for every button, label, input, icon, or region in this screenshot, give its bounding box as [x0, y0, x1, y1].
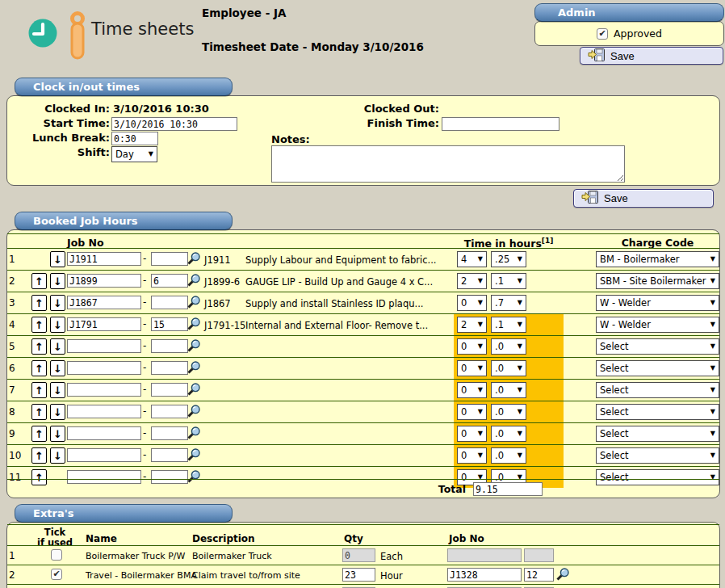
job-sub-input[interactable] [151, 252, 188, 266]
magnifier-icon[interactable] [186, 251, 201, 268]
approved-checkbox[interactable]: ✔ [597, 28, 608, 40]
move-down-button[interactable]: ↓ [50, 317, 65, 333]
extra-job-sub-input[interactable] [524, 548, 554, 562]
decimal-hours-select[interactable]: .25▼ [491, 251, 526, 267]
finish-time-input[interactable] [442, 117, 559, 131]
magnifier-icon[interactable] [186, 426, 201, 443]
job-sub-input[interactable] [151, 426, 188, 440]
hours-select[interactable]: 0▼ [457, 338, 487, 355]
hours-select[interactable]: 0▼ [457, 404, 487, 420]
charge-code-select[interactable]: Select▼ [596, 404, 719, 420]
job-sub-input[interactable] [151, 296, 188, 309]
hours-select[interactable]: 2▼ [457, 317, 487, 333]
clock-save-button[interactable]: Save [573, 189, 714, 208]
move-up-button[interactable]: ↑ [31, 360, 47, 376]
decimal-hours-select[interactable]: .1▼ [491, 273, 526, 289]
charge-code-select[interactable]: Select▼ [596, 338, 719, 355]
lunch-break-input[interactable] [111, 132, 158, 145]
move-down-button[interactable]: ↓ [50, 382, 65, 398]
magnifier-icon[interactable] [186, 404, 201, 421]
qty-input[interactable] [342, 548, 375, 562]
move-down-button[interactable]: ↓ [50, 404, 65, 420]
job-no-input[interactable] [67, 296, 141, 309]
magnifier-icon[interactable] [186, 360, 201, 377]
job-no-input[interactable] [67, 383, 141, 397]
move-down-button[interactable]: ↓ [50, 295, 65, 311]
job-sub-input[interactable] [151, 448, 188, 462]
move-up-button[interactable]: ↑ [31, 382, 47, 398]
move-up-button[interactable]: ↑ [31, 338, 47, 355]
charge-code-select[interactable]: BM - Boilermaker▼ [596, 251, 719, 267]
move-down-button[interactable]: ↓ [50, 447, 65, 464]
start-time-input[interactable] [111, 117, 237, 131]
extra-job-sub-input[interactable] [524, 568, 554, 582]
decimal-hours-select[interactable]: .0▼ [491, 338, 526, 355]
hours-select[interactable]: 0▼ [457, 426, 487, 442]
decimal-hours-select[interactable]: .0▼ [491, 360, 526, 376]
charge-code-select[interactable]: Select▼ [596, 426, 719, 442]
charge-code-select[interactable]: SBM - Site Boilermaker▼ [596, 273, 719, 289]
decimal-hours-select[interactable]: .1▼ [491, 317, 526, 333]
extra-job-no-input[interactable] [447, 548, 522, 562]
move-up-button[interactable]: ↑ [31, 404, 47, 420]
shift-select[interactable]: Day▼ [111, 146, 157, 162]
job-no-input[interactable] [67, 274, 141, 288]
extra-job-no-input[interactable] [447, 568, 522, 582]
timesheet-page: { "colors": { "highlight_orange": "#fcc2… [0, 0, 725, 588]
job-no-input[interactable] [67, 317, 141, 331]
decimal-hours-select[interactable]: .0▼ [491, 382, 526, 398]
charge-code-select[interactable]: W - Welder▼ [596, 317, 719, 333]
decimal-hours-select[interactable]: .0▼ [491, 426, 526, 442]
job-sub-input[interactable] [151, 383, 188, 397]
job-no-input[interactable] [67, 252, 141, 266]
chevron-down-icon: ▼ [518, 452, 522, 459]
move-up-button[interactable]: ↑ [31, 426, 47, 442]
hours-select[interactable]: 2▼ [457, 273, 487, 289]
job-no-input[interactable] [67, 361, 141, 375]
magnifier-icon[interactable] [186, 447, 201, 464]
magnifier-icon[interactable] [186, 338, 201, 355]
move-up-button[interactable]: ↑ [31, 317, 47, 333]
hours-select[interactable]: 0▼ [457, 382, 487, 398]
admin-save-button[interactable]: Save [580, 47, 723, 65]
decimal-hours-select[interactable]: .7▼ [491, 295, 526, 311]
job-sub-input[interactable] [151, 274, 188, 288]
charge-code-select[interactable]: Select▼ [596, 447, 719, 464]
job-sub-input[interactable] [151, 361, 188, 375]
magnifier-icon[interactable] [555, 567, 570, 584]
total-input[interactable] [473, 482, 543, 496]
job-no-input[interactable] [67, 448, 141, 462]
qty-input[interactable] [342, 568, 375, 582]
job-no-input[interactable] [67, 426, 141, 440]
move-up-button[interactable]: ↑ [31, 273, 47, 289]
hours-select[interactable]: 0▼ [457, 360, 487, 376]
move-down-button[interactable]: ↓ [50, 273, 65, 289]
magnifier-icon[interactable] [186, 295, 201, 312]
move-up-button[interactable]: ↑ [31, 447, 47, 464]
charge-code-select[interactable]: Select▼ [596, 382, 719, 398]
tick-checkbox[interactable]: ✔ [51, 569, 62, 580]
job-sub-input[interactable] [151, 317, 188, 331]
hours-select[interactable]: 0▼ [457, 295, 487, 311]
magnifier-icon[interactable] [186, 317, 201, 334]
move-down-button[interactable]: ↓ [50, 338, 65, 355]
job-sub-input[interactable] [151, 339, 188, 353]
job-sub-input[interactable] [151, 405, 188, 418]
hours-select[interactable]: 4▼ [457, 251, 487, 267]
move-down-button[interactable]: ↓ [50, 251, 65, 267]
move-up-button[interactable]: ↑ [31, 295, 47, 311]
notes-textarea[interactable] [271, 145, 625, 183]
move-down-button[interactable]: ↓ [50, 360, 65, 376]
decimal-hours-select[interactable]: .0▼ [491, 447, 526, 464]
decimal-hours-select[interactable]: .0▼ [491, 404, 526, 420]
magnifier-icon[interactable] [186, 382, 201, 399]
magnifier-icon[interactable] [186, 273, 201, 290]
tick-checkbox[interactable] [51, 549, 62, 561]
hours-select[interactable]: 0▼ [457, 447, 487, 464]
move-down-button[interactable]: ↓ [50, 426, 65, 442]
job-no-input[interactable] [67, 339, 141, 353]
row-number: 10 [9, 450, 28, 461]
charge-code-select[interactable]: W - Welder▼ [596, 295, 719, 311]
job-no-input[interactable] [67, 405, 141, 418]
charge-code-select[interactable]: Select▼ [596, 360, 719, 376]
